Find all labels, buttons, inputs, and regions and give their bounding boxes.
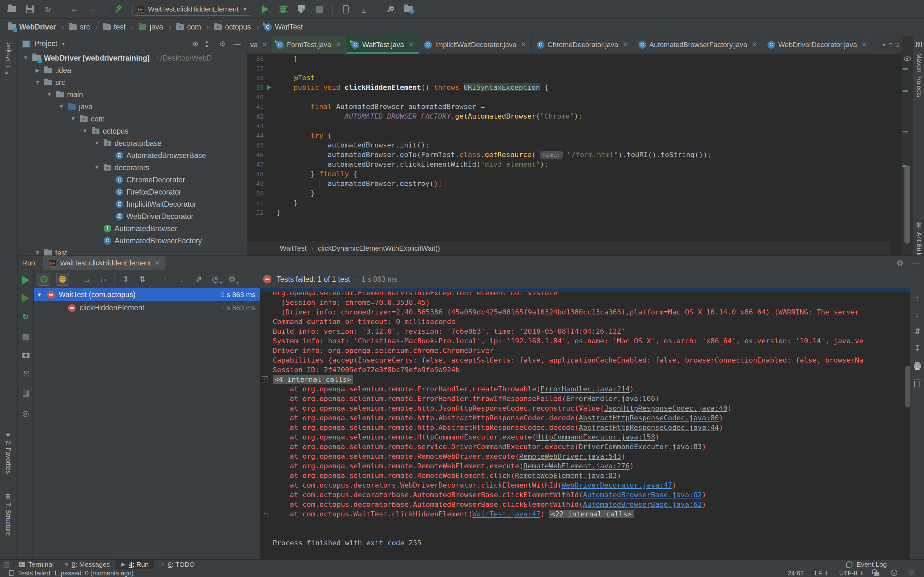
build-hammer-icon[interactable] xyxy=(114,5,124,14)
project-panel-title[interactable]: Project xyxy=(34,39,57,48)
tab-implicitwaitdecorator-java[interactable]: CImplicitWaitDecorator.java✕ xyxy=(419,36,531,53)
tree-item-test[interactable]: ▼test xyxy=(18,247,247,255)
device-icon[interactable] xyxy=(341,5,351,14)
tab-webdriverdecorator-java[interactable]: CWebDriverDecorator.java✕ xyxy=(762,36,872,53)
chevron-expanded-icon[interactable]: ▼ xyxy=(94,140,100,147)
gear-icon[interactable]: ⚙ xyxy=(897,259,903,268)
breadcrumb-item-com[interactable]: com xyxy=(174,23,203,31)
stack-trace-link[interactable]: AbstractHttpResponseCodec.java:80 xyxy=(579,414,719,422)
rerun-failed-tests-button[interactable]: ! xyxy=(20,293,31,303)
open-results-icon[interactable]: ⇗ xyxy=(193,275,204,284)
print-icon[interactable] xyxy=(913,361,922,371)
tree-item-automatedbrowser[interactable]: IAutomatedBrowser xyxy=(18,222,247,235)
console-scrollbar[interactable] xyxy=(905,366,910,408)
breadcrumb-class[interactable]: WaitTest xyxy=(280,244,307,253)
caret-position[interactable]: 24:62 xyxy=(788,570,804,577)
expand-icon[interactable]: + xyxy=(262,376,268,382)
test-tree-item[interactable]: ▼WaitTest (com.octopus)1 s 863 ms xyxy=(34,288,260,301)
tool-window-switcher-icon[interactable]: ▥ xyxy=(0,561,13,568)
project-structure-icon[interactable] xyxy=(404,5,413,14)
chevron-expanded-icon[interactable]: ▼ xyxy=(69,116,77,122)
tree-item-java[interactable]: ▼java xyxy=(18,101,247,113)
tool-window-button-4-run[interactable]: ▶4: Run xyxy=(115,560,154,569)
tree-item-webdriver-webdrivertraining-[interactable]: ▼WebDriver [webdrivertraining]~/Desktop/… xyxy=(18,52,247,64)
sort-alphabetically-icon[interactable]: ↓a xyxy=(81,275,92,284)
sync-icon[interactable]: ↻ xyxy=(43,5,53,14)
tree-item-automatedbrowserfactory[interactable]: CAutomatedBrowserFactory xyxy=(18,235,247,247)
collapse-all-icon[interactable]: ▼▲ xyxy=(205,41,209,47)
breadcrumb-item-java[interactable]: java xyxy=(137,23,165,31)
show-passed-toggle[interactable]: ✓ xyxy=(37,273,50,285)
run-button[interactable] xyxy=(260,5,270,14)
close-icon[interactable]: ✕ xyxy=(623,41,628,48)
layout-grid-icon[interactable]: ▦ xyxy=(20,388,31,398)
down-stack-trace-icon[interactable]: ↓ xyxy=(913,310,922,319)
stack-trace-link[interactable]: RemoteWebElement.java:83 xyxy=(515,472,617,480)
chevron-expanded-icon[interactable]: ▼ xyxy=(34,250,41,255)
hide-panel-icon[interactable]: — xyxy=(232,40,242,48)
code-editor[interactable]: 36 }3738 @Test39 public void clickHidden… xyxy=(247,54,890,242)
tab-waittest-java[interactable]: CWaitTest.java✕ xyxy=(346,36,419,53)
chevron-expanded-icon[interactable]: ▼ xyxy=(34,79,41,85)
up-stack-trace-icon[interactable]: ↑ xyxy=(913,293,922,303)
next-failed-test-icon[interactable]: ↓ xyxy=(176,275,187,284)
wrench-settings-icon[interactable] xyxy=(386,5,395,14)
run-test-gutter-icon[interactable] xyxy=(267,85,271,90)
unlock-icon[interactable] xyxy=(874,572,879,576)
chevron-collapsed-icon[interactable]: ▶ xyxy=(34,67,41,74)
inspections-face-icon[interactable]: ☹ xyxy=(890,569,898,577)
clear-console-icon[interactable] xyxy=(913,379,922,389)
tree-item--idea[interactable]: ▶.idea xyxy=(18,64,247,76)
tree-item-automatedbrowserbase[interactable]: CAutomatedBrowserBase xyxy=(18,149,247,161)
tree-item-chromedecorator[interactable]: CChromeDecorator xyxy=(18,174,247,186)
editor-scrollbar[interactable] xyxy=(905,165,910,243)
export-icon[interactable]: ⎘ xyxy=(20,367,31,379)
tree-item-implicitwaitdecorator[interactable]: CImplicitWaitDecorator xyxy=(18,198,247,210)
tree-item-webdriverdecorator[interactable]: CWebDriverDecorator xyxy=(18,210,247,222)
breadcrumb-item-src[interactable]: src xyxy=(67,23,92,31)
tree-item-decorators[interactable]: ▼decorators xyxy=(18,161,247,174)
collapse-all-icon[interactable]: ⇅ xyxy=(137,275,148,284)
stack-trace-link[interactable]: JsonHttpResponseCodec.java:40 xyxy=(604,404,727,412)
close-icon[interactable]: ✕ xyxy=(521,41,526,48)
line-separator-select[interactable]: LF▲▼ xyxy=(814,570,828,577)
stack-trace-link[interactable]: ErrorHandler.java:166 xyxy=(566,395,655,403)
status-message[interactable]: Tests failed: 1, passed: 0 (moments ago) xyxy=(18,570,134,577)
coverage-button[interactable] xyxy=(296,5,306,14)
camera-icon[interactable] xyxy=(20,350,31,361)
chevron-expanded-icon[interactable]: ▼ xyxy=(22,55,29,61)
expand-icon[interactable]: + xyxy=(262,511,268,517)
rerun-button[interactable] xyxy=(20,275,31,285)
jump-stack-icon[interactable]: ⇵ xyxy=(913,327,922,336)
sidebar-item-project[interactable]: 1: Project xyxy=(5,41,12,68)
breadcrumb-item-webdriver[interactable]: WebDriver xyxy=(6,23,58,31)
download-icon[interactable]: ↓ xyxy=(359,5,368,14)
tool-window-button-terminal[interactable]: >_Terminal xyxy=(13,560,59,569)
tree-item-main[interactable]: ▼main xyxy=(18,89,247,101)
hidden-tabs-control[interactable]: ▼ ≡ 3 xyxy=(882,36,899,54)
stack-trace-link[interactable]: RemoteWebDriver.java:543 xyxy=(519,452,621,460)
show-ignored-toggle[interactable] xyxy=(56,273,69,285)
tool-window-button-0-messages[interactable]: ≡0: Messages xyxy=(59,560,115,569)
chevron-expanded-icon[interactable]: ▼ xyxy=(94,164,100,171)
stack-trace-link[interactable]: AbstractHttpResponseCodec.java:44 xyxy=(579,424,719,432)
tool-window-button-6-todo[interactable]: ≣6: TODO xyxy=(154,560,200,569)
stack-trace-link[interactable]: WaitTest.java:47 xyxy=(473,510,541,518)
open-icon[interactable] xyxy=(7,5,17,14)
sidebar-item-maven-projects[interactable]: Maven Projects xyxy=(915,53,923,97)
stack-trace-link[interactable]: AutomatedBrowserBase.java:62 xyxy=(583,500,702,508)
stack-trace-link[interactable]: AutomatedBrowserBase.java:62 xyxy=(583,491,702,499)
pin-icon[interactable]: ◎ xyxy=(20,408,31,419)
run-configuration-select[interactable]: WaitTest.clickHiddenElement ▼ xyxy=(132,3,252,16)
eye-icon[interactable] xyxy=(904,56,911,61)
chevron-expanded-icon[interactable]: ▼ xyxy=(46,91,53,98)
close-icon[interactable]: ✕ xyxy=(409,41,414,48)
save-icon[interactable] xyxy=(25,5,35,14)
test-settings-gear-icon[interactable]: ⚙▾ xyxy=(226,275,237,284)
chevron-expanded-icon[interactable]: ▼ xyxy=(37,292,43,298)
expand-all-icon[interactable]: ⇕ xyxy=(120,275,131,284)
close-icon[interactable]: ✕ xyxy=(262,41,267,48)
close-icon[interactable]: ✕ xyxy=(752,41,757,48)
sidebar-item-favorites[interactable]: 2: Favorites xyxy=(5,440,12,474)
stack-trace-link[interactable]: ErrorHandler.java:214 xyxy=(540,385,630,393)
